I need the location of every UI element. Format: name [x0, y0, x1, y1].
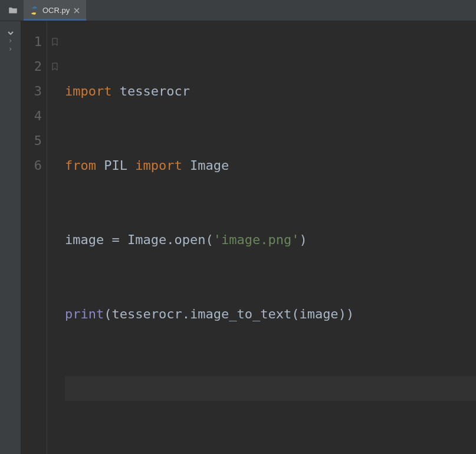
editor-split: › › 1 2 3 4 5 6 import tesserocr from PI…: [0, 21, 476, 454]
close-icon[interactable]: [73, 7, 80, 14]
code-editor[interactable]: import tesserocr from PIL import Image i…: [63, 21, 476, 454]
line-number: 6: [21, 153, 42, 178]
line-number-gutter: 1 2 3 4 5 6: [21, 21, 47, 454]
line-number: 1: [21, 29, 42, 54]
fold-mark[interactable]: [47, 29, 63, 54]
fold-mark[interactable]: [47, 54, 63, 79]
file-tab-label: OCR.py: [42, 6, 70, 15]
line-number: 3: [21, 79, 42, 104]
line-number: 2: [21, 54, 42, 79]
code-line: import tesserocr: [65, 79, 476, 104]
fold-gutter: [47, 21, 63, 454]
code-line: [65, 376, 476, 401]
chevron-down-icon: [7, 29, 14, 37]
line-number: 5: [21, 129, 42, 153]
code-line: from PIL import Image: [65, 153, 476, 178]
code-line: image = Image.open('image.png'): [65, 228, 476, 252]
editor-tabbar: OCR.py: [0, 0, 476, 21]
project-collapse-gutter[interactable]: › ›: [0, 21, 21, 454]
python-file-icon: [29, 6, 39, 15]
code-line: print(tesserocr.image_to_text(image)): [65, 302, 476, 327]
code-line: [65, 450, 476, 454]
line-number: 4: [21, 104, 42, 129]
editor-area: OCR.py › › 1 2 3 4 5 6 import tesserocr …: [0, 0, 476, 454]
file-tab-ocr[interactable]: OCR.py: [24, 0, 86, 21]
folder-icon: [8, 5, 18, 16]
project-files-tab[interactable]: [2, 0, 24, 21]
